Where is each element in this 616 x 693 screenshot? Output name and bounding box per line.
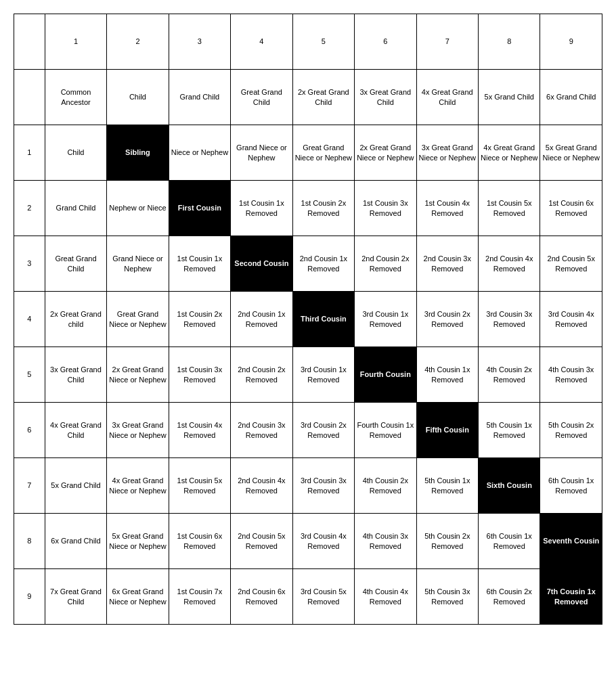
cell-3-7: 2nd Cousin 3x Removed bbox=[416, 236, 478, 292]
header-cell-9: 6x Grand Child bbox=[540, 70, 602, 125]
cell-3-5: 2nd Cousin 1x Removed bbox=[292, 236, 354, 292]
row-label-7: 7 bbox=[14, 458, 45, 514]
cell-7-2: 4x Great Grand Niece or Nephew bbox=[107, 458, 169, 514]
header-cell-1: Common Ancestor bbox=[45, 70, 106, 125]
relationship-table: 1 2 3 4 5 6 7 8 9 Common Ancestor Child … bbox=[14, 14, 602, 625]
cell-3-8: 2nd Cousin 4x Removed bbox=[479, 236, 540, 292]
corner-empty-top-left bbox=[14, 14, 45, 70]
cell-6-7: Fifth Cousin bbox=[416, 403, 478, 458]
cell-9-1: 7x Great Grand Child bbox=[45, 569, 106, 625]
cell-8-2: 5x Great Grand Niece or Nephew bbox=[107, 514, 169, 569]
col-header-7: 7 bbox=[416, 14, 478, 70]
cell-8-5: 3rd Cousin 4x Removed bbox=[292, 514, 354, 569]
cell-7-3: 1st Cousin 5x Removed bbox=[169, 458, 230, 514]
cell-1-6: 2x Great Grand Niece or Nephew bbox=[355, 125, 416, 181]
cell-4-2: Great Grand Niece or Nephew bbox=[107, 292, 169, 347]
cell-6-2: 3x Great Grand Niece or Nephew bbox=[107, 403, 169, 458]
cell-4-1: 2x Great Grand child bbox=[45, 292, 106, 347]
cell-9-2: 6x Great Grand Niece or Nephew bbox=[107, 569, 169, 625]
cell-3-2: Grand Niece or Nephew bbox=[107, 236, 169, 292]
cell-2-9: 1st Cousin 6x Removed bbox=[540, 181, 602, 236]
cell-4-8: 3rd Cousin 3x Removed bbox=[479, 292, 540, 347]
row-label-1: 1 bbox=[14, 125, 45, 181]
cell-7-6: 4th Cousin 2x Removed bbox=[355, 458, 416, 514]
cell-1-7: 3x Great Grand Niece or Nephew bbox=[416, 125, 478, 181]
cell-1-1: Child bbox=[45, 125, 106, 181]
cell-3-4: Second Cousin bbox=[231, 236, 292, 292]
col-header-6: 6 bbox=[355, 14, 416, 70]
cell-7-9: 6th Cousin 1x Removed bbox=[540, 458, 602, 514]
cell-8-3: 1st Cousin 6x Removed bbox=[169, 514, 230, 569]
cell-7-5: 3rd Cousin 3x Removed bbox=[292, 458, 354, 514]
cell-3-1: Great Grand Child bbox=[45, 236, 106, 292]
cell-4-3: 1st Cousin 2x Removed bbox=[169, 292, 230, 347]
cell-3-3: 1st Cousin 1x Removed bbox=[169, 236, 230, 292]
cell-2-5: 1st Cousin 2x Removed bbox=[292, 181, 354, 236]
cell-6-3: 1st Cousin 4x Removed bbox=[169, 403, 230, 458]
cell-1-4: Grand Niece or Nephew bbox=[231, 125, 292, 181]
header-cell-8: 5x Grand Child bbox=[479, 70, 540, 125]
cell-2-1: Grand Child bbox=[45, 181, 106, 236]
cell-1-9: 5x Great Grand Niece or Nephew bbox=[540, 125, 602, 181]
col-header-2: 2 bbox=[107, 14, 169, 70]
cell-2-2: Nephew or Niece bbox=[107, 181, 169, 236]
cell-6-9: 5th Cousin 2x Removed bbox=[540, 403, 602, 458]
cell-2-6: 1st Cousin 3x Removed bbox=[355, 181, 416, 236]
cell-2-7: 1st Cousin 4x Removed bbox=[416, 181, 478, 236]
cell-5-9: 4th Cousin 3x Removed bbox=[540, 347, 602, 403]
cell-8-8: 6th Cousin 1x Removed bbox=[479, 514, 540, 569]
cell-8-7: 5th Cousin 2x Removed bbox=[416, 514, 478, 569]
cell-5-7: 4th Cousin 1x Removed bbox=[416, 347, 478, 403]
cell-3-9: 2nd Cousin 5x Removed bbox=[540, 236, 602, 292]
cell-6-6: Fourth Cousin 1x Removed bbox=[355, 403, 416, 458]
row-label-2: 2 bbox=[14, 181, 45, 236]
cell-4-4: 2nd Cousin 1x Removed bbox=[231, 292, 292, 347]
row-label-5: 5 bbox=[14, 347, 45, 403]
cell-4-6: 3rd Cousin 1x Removed bbox=[355, 292, 416, 347]
col-header-4: 4 bbox=[231, 14, 292, 70]
relationship-table-wrapper: 1 2 3 4 5 6 7 8 9 Common Ancestor Child … bbox=[14, 14, 602, 625]
col-header-3: 3 bbox=[169, 14, 230, 70]
row-label-8: 8 bbox=[14, 514, 45, 569]
cell-2-3: First Cousin bbox=[169, 181, 230, 236]
cell-7-8: Sixth Cousin bbox=[479, 458, 540, 514]
cell-7-7: 5th Cousin 1x Removed bbox=[416, 458, 478, 514]
cell-9-5: 3rd Cousin 5x Removed bbox=[292, 569, 354, 625]
header-cell-2: Child bbox=[107, 70, 169, 125]
cell-1-8: 4x Great Grand Niece or Nephew bbox=[479, 125, 540, 181]
cell-6-4: 2nd Cousin 3x Removed bbox=[231, 403, 292, 458]
cell-9-7: 5th Cousin 3x Removed bbox=[416, 569, 478, 625]
cell-8-1: 6x Grand Child bbox=[45, 514, 106, 569]
corner-empty-header bbox=[14, 70, 45, 125]
row-label-9: 9 bbox=[14, 569, 45, 625]
cell-8-4: 2nd Cousin 5x Removed bbox=[231, 514, 292, 569]
cell-6-1: 4x Great Grand Child bbox=[45, 403, 106, 458]
cell-1-3: Niece or Nephew bbox=[169, 125, 230, 181]
cell-7-4: 2nd Cousin 4x Removed bbox=[231, 458, 292, 514]
row-label-6: 6 bbox=[14, 403, 45, 458]
cell-5-3: 1st Cousin 3x Removed bbox=[169, 347, 230, 403]
cell-5-4: 2nd Cousin 2x Removed bbox=[231, 347, 292, 403]
col-header-8: 8 bbox=[479, 14, 540, 70]
cell-9-8: 6th Cousin 2x Removed bbox=[479, 569, 540, 625]
col-header-9: 9 bbox=[540, 14, 602, 70]
cell-5-8: 4th Cousin 2x Removed bbox=[479, 347, 540, 403]
cell-9-6: 4th Cousin 4x Removed bbox=[355, 569, 416, 625]
cell-5-6: Fourth Cousin bbox=[355, 347, 416, 403]
row-label-4: 4 bbox=[14, 292, 45, 347]
col-header-1: 1 bbox=[45, 14, 106, 70]
cell-2-4: 1st Cousin 1x Removed bbox=[231, 181, 292, 236]
cell-3-6: 2nd Cousin 2x Removed bbox=[355, 236, 416, 292]
header-cell-7: 4x Great Grand Child bbox=[416, 70, 478, 125]
cell-2-8: 1st Cousin 5x Removed bbox=[479, 181, 540, 236]
cell-5-5: 3rd Cousin 1x Removed bbox=[292, 347, 354, 403]
cell-4-9: 3rd Cousin 4x Removed bbox=[540, 292, 602, 347]
cell-5-2: 2x Great Grand Niece or Nephew bbox=[107, 347, 169, 403]
cell-5-1: 3x Great Grand Child bbox=[45, 347, 106, 403]
cell-4-7: 3rd Cousin 2x Removed bbox=[416, 292, 478, 347]
header-cell-4: Great Grand Child bbox=[231, 70, 292, 125]
header-cell-5: 2x Great Grand Child bbox=[292, 70, 354, 125]
cell-7-1: 5x Grand Child bbox=[45, 458, 106, 514]
cell-8-9: Seventh Cousin bbox=[540, 514, 602, 569]
cell-6-5: 3rd Cousin 2x Removed bbox=[292, 403, 354, 458]
